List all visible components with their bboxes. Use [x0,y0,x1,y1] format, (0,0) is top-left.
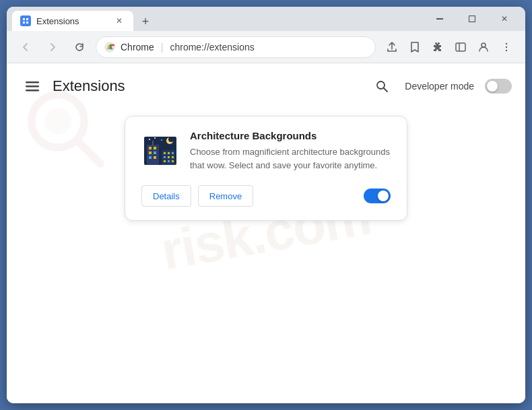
svg-rect-15 [26,90,39,92]
url-separator: | [161,42,164,53]
svg-rect-37 [164,156,166,158]
svg-rect-32 [152,141,154,145]
share-icon[interactable] [381,36,403,58]
svg-rect-28 [149,151,152,154]
details-button[interactable]: Details [141,185,191,207]
svg-point-22 [149,139,150,140]
svg-point-9 [506,49,507,50]
svg-rect-0 [436,18,443,20]
extension-card: Architecture Backgrounds Choose from mag… [125,116,407,221]
svg-rect-31 [154,156,156,159]
svg-point-21 [168,137,174,142]
extension-info: Architecture Backgrounds Choose from mag… [190,130,391,172]
tab-close-button[interactable]: ✕ [113,15,125,27]
address-bar[interactable]: Chrome | chrome://extensions [96,36,376,58]
tab-favicon [20,15,31,26]
svg-rect-42 [172,160,174,162]
extension-description: Choose from magnificient architecture ba… [190,145,391,172]
svg-line-17 [384,88,387,92]
active-tab[interactable]: Extensions ✕ [12,11,133,31]
menu-icon[interactable] [496,36,517,58]
svg-rect-30 [149,156,152,159]
svg-rect-13 [26,81,39,83]
toolbar-icons [381,36,517,58]
forward-button[interactable] [42,36,63,58]
search-button[interactable] [370,74,394,98]
svg-point-6 [481,43,486,47]
svg-rect-25 [147,145,159,165]
page-content: risk.com Extensions Developer mo [7,63,525,403]
page-title: Extensions [53,77,125,95]
header-right: Developer mode [370,74,512,98]
extension-toggle-thumb [378,191,389,201]
site-name: Chrome [121,42,154,53]
svg-rect-35 [168,152,170,154]
svg-rect-29 [154,151,156,154]
card-bottom: Details Remove [141,185,391,207]
minimize-button[interactable] [424,9,455,29]
extensions-area: Architecture Backgrounds Choose from mag… [7,109,525,228]
page-header: Extensions Developer mode [7,63,525,109]
browser-window: Extensions ✕ + ✕ [7,7,525,403]
bookmark-icon[interactable] [404,36,426,58]
back-button[interactable] [15,36,36,58]
svg-point-8 [506,46,507,47]
title-bar: Extensions ✕ + ✕ [7,7,525,31]
svg-rect-14 [26,86,39,88]
window-controls: ✕ [424,9,520,29]
svg-rect-4 [456,43,465,51]
extension-toggle[interactable] [364,189,391,203]
reload-button[interactable] [69,36,90,58]
extension-name: Architecture Backgrounds [190,130,391,141]
maximize-button[interactable] [457,9,488,29]
svg-point-7 [506,42,507,44]
extension-icon [141,130,179,168]
developer-mode-toggle[interactable] [485,79,512,94]
navigation-bar: Chrome | chrome://extensions [7,31,525,63]
svg-point-24 [161,139,162,141]
close-button[interactable]: ✕ [489,9,520,29]
extensions-icon[interactable] [427,36,448,58]
new-tab-button[interactable]: + [136,12,155,31]
svg-rect-26 [149,147,152,149]
svg-rect-36 [172,152,174,154]
toggle-thumb [487,81,498,92]
svg-rect-38 [168,156,170,158]
card-top: Architecture Backgrounds Choose from mag… [141,130,391,172]
svg-rect-41 [168,160,170,162]
svg-rect-40 [164,160,166,162]
developer-mode-label: Developer mode [405,81,474,92]
url-display: chrome://extensions [170,42,254,53]
tab-strip: Extensions ✕ + [12,7,422,31]
profile-icon[interactable] [473,36,494,58]
sidebar-icon[interactable] [450,36,471,58]
remove-button[interactable]: Remove [198,185,253,207]
svg-rect-27 [154,147,156,149]
svg-point-16 [377,81,385,89]
tab-label: Extensions [36,16,79,26]
svg-point-23 [154,137,156,139]
svg-rect-39 [172,156,174,158]
svg-rect-1 [469,16,475,22]
hamburger-button[interactable] [20,74,44,98]
svg-rect-34 [164,152,166,154]
